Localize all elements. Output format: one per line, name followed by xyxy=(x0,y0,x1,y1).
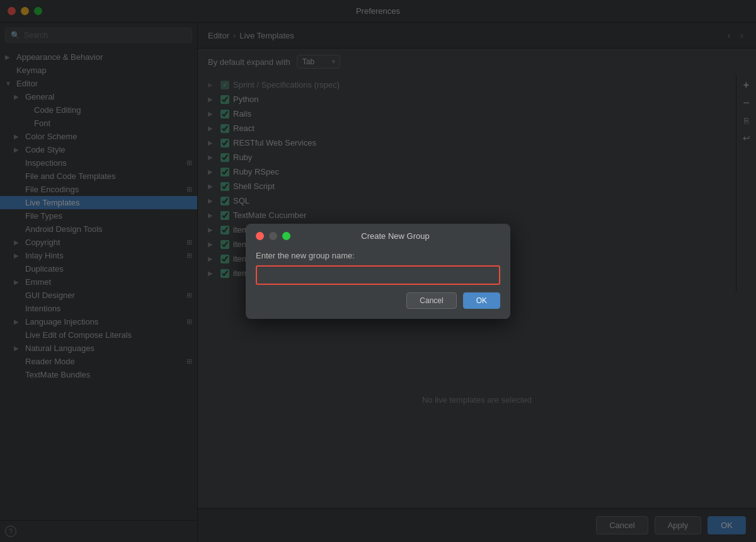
modal-close-button[interactable] xyxy=(256,232,264,240)
modal-title: Create New Group xyxy=(290,231,500,241)
create-group-dialog: Create New Group Enter the new group nam… xyxy=(246,224,510,319)
modal-max-button[interactable] xyxy=(282,232,290,240)
modal-titlebar: Create New Group xyxy=(246,224,510,246)
modal-min-button[interactable] xyxy=(269,232,277,240)
modal-cancel-button[interactable]: Cancel xyxy=(406,292,456,309)
modal-body: Enter the new group name: Cancel OK xyxy=(246,246,510,319)
modal-overlay: Create New Group Enter the new group nam… xyxy=(0,0,756,542)
modal-buttons: Cancel OK xyxy=(256,292,500,309)
modal-window-controls[interactable] xyxy=(256,232,290,240)
group-name-input[interactable] xyxy=(256,265,500,285)
modal-ok-button[interactable]: OK xyxy=(463,292,500,309)
modal-label: Enter the new group name: xyxy=(256,251,500,260)
